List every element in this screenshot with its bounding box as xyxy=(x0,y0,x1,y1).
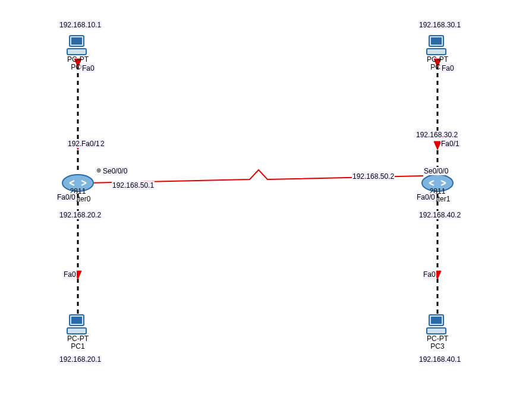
svg-rect-8 xyxy=(67,49,86,55)
pc1-ip: 192.168.20.1 xyxy=(59,355,102,364)
pc3-ip: 192.168.40.1 xyxy=(418,355,461,364)
pc1-type: PC-PT xyxy=(67,334,89,343)
router0-se000-label: Se0/0/0 xyxy=(102,167,128,175)
router1-se-ip: 192.168.50.2 xyxy=(352,172,395,181)
router0-fa01-ip-frag1: 192. xyxy=(67,140,82,148)
pc3-name: PC3 xyxy=(430,342,444,351)
device-router0[interactable]: 2811Router0 xyxy=(61,172,95,194)
pc2-type: PC-PT xyxy=(427,55,448,64)
router1-se000-label: Se0/0/0 xyxy=(423,167,449,175)
svg-rect-11 xyxy=(67,328,86,334)
pc3-type: PC-PT xyxy=(427,334,448,343)
pc2-port: Fa0 xyxy=(441,64,455,72)
router0-fa00-label: Fa0/0 xyxy=(56,193,76,201)
svg-rect-14 xyxy=(427,49,446,55)
svg-rect-16 xyxy=(431,317,442,324)
svg-rect-13 xyxy=(431,37,442,45)
device-router1[interactable]: 2811Router1 xyxy=(421,172,454,194)
device-pc0[interactable]: PC-PTPC0 xyxy=(66,33,90,57)
device-pc3[interactable]: PC-PTPC3 xyxy=(426,312,449,336)
device-pc1[interactable]: PC-PTPC1 xyxy=(66,312,90,336)
pc-icon xyxy=(426,33,449,57)
svg-rect-17 xyxy=(427,328,446,334)
pc1-name: PC1 xyxy=(71,342,84,351)
pc2-ip: 192.168.30.1 xyxy=(418,21,461,29)
pc0-port: Fa0 xyxy=(81,64,95,72)
router1-fa00-ip: 192.168.40.2 xyxy=(418,211,461,219)
router0-fa00-ip: 192.168.20.2 xyxy=(59,211,102,219)
svg-rect-7 xyxy=(71,37,82,45)
pc0-type: PC-PT xyxy=(67,55,89,64)
router0-se-ip: 192.168.50.1 xyxy=(112,181,155,190)
pc3-port: Fa0 xyxy=(423,270,436,279)
router0-fa01-ip-frag2: 2 xyxy=(100,140,105,148)
clock-icon: ⊕ xyxy=(96,167,101,173)
pc-icon xyxy=(66,33,90,57)
pc1-port: Fa0 xyxy=(63,270,77,279)
svg-rect-10 xyxy=(71,317,82,324)
router1-fa01-label: Fa0/1 xyxy=(440,140,460,148)
pc-icon xyxy=(426,312,449,336)
device-pc2[interactable]: PC-PTPC2 xyxy=(426,33,449,57)
pc-icon xyxy=(66,312,90,336)
router1-fa01-ip: 192.168.30.2 xyxy=(415,131,458,139)
router0-fa01-label: Fa0/1 xyxy=(81,140,100,148)
pc0-ip: 192.168.10.1 xyxy=(59,21,102,29)
router1-fa00-label: Fa0/0 xyxy=(416,193,436,201)
